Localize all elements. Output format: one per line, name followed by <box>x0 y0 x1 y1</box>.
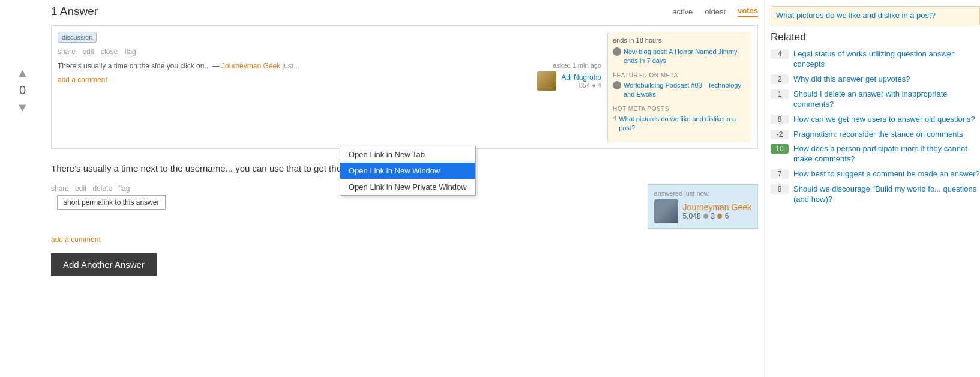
right-sidebar: What pictures do we like and dislike in … <box>764 0 980 377</box>
silver-dot <box>703 214 708 219</box>
related-list: 4 Legal status of works utilizing questi… <box>771 49 980 205</box>
related-link-4[interactable]: Pragmatism: reconsider the stance on com… <box>793 130 963 140</box>
edit-link[interactable]: edit <box>75 184 86 193</box>
related-score-3: 8 <box>771 115 789 124</box>
inner-edit-link[interactable]: edit <box>82 47 94 56</box>
sidebar-hot-row: 4 What pictures do we like and dislike i… <box>613 115 747 136</box>
related-link-6[interactable]: How best to suggest a comment be made an… <box>793 169 980 179</box>
related-item-7: 8 Should we discourage "Build my world f… <box>771 184 980 205</box>
featured-icon <box>613 81 621 89</box>
flag-link[interactable]: flag <box>118 184 130 193</box>
bronze-dot <box>717 214 722 219</box>
related-score-7: 8 <box>771 184 789 194</box>
discussion-tag[interactable]: discussion <box>58 32 97 43</box>
top-yellow-panel: What pictures do we like and dislike in … <box>771 6 980 25</box>
context-menu-item-new-tab[interactable]: Open Link in New Tab <box>340 146 475 163</box>
related-item-3: 8 How can we get new users to answer old… <box>771 115 980 125</box>
blog-icon <box>613 47 621 56</box>
related-score-2: 1 <box>771 89 789 99</box>
related-item-4: -2 Pragmatism: reconsider the stance on … <box>771 130 980 140</box>
context-menu-item-new-window[interactable]: Open Link in New Window <box>340 163 475 179</box>
quote-author-link[interactable]: Journeyman Geek <box>221 62 280 70</box>
sidebar-blog-row: New blog post: A Horror Named Jimmy ends… <box>613 47 747 68</box>
context-menu: Open Link in New Tab Open Link in New Wi… <box>340 146 476 196</box>
related-item-0: 4 Legal status of works utilizing questi… <box>771 49 980 70</box>
sort-tab-active[interactable]: active <box>672 7 693 16</box>
main-content: 1 Answer active oldest votes discussion … <box>45 0 764 377</box>
answer-count: 1 Answer <box>51 5 98 18</box>
related-item-1: 2 Why did this answer get upvotes? <box>771 74 980 85</box>
vote-down-button[interactable]: ▼ <box>17 101 29 115</box>
answerer-avatar <box>654 199 678 223</box>
sidebar-featured-row: Worldbuilding Podcast #03 - Technology a… <box>613 81 747 102</box>
inner-user-rep: 854 ● 4 <box>561 82 601 89</box>
add-another-answer-button[interactable]: Add Another Answer <box>51 253 157 276</box>
answered-label: answered just now <box>654 190 751 197</box>
related-header: Related <box>771 31 980 43</box>
inner-user-name-link[interactable]: Adi Nugroho <box>561 73 601 82</box>
sidebar-blog-link[interactable]: New blog post: A Horror Named Jimmy ends… <box>624 47 747 66</box>
hot-score: 4 <box>613 115 616 122</box>
related-link-7[interactable]: Should we discourage "Build my world fo.… <box>793 184 980 205</box>
action-links: share edit delete flag <box>51 184 166 193</box>
inner-content-row: There's usually a time on the side you c… <box>58 62 601 91</box>
sidebar-time: ends in 18 hours <box>613 37 747 44</box>
related-link-3[interactable]: How can we get new users to answer old q… <box>793 115 975 125</box>
related-link-2[interactable]: Should I delete an answer with inappropr… <box>793 89 980 110</box>
related-link-5[interactable]: How does a person participate more if th… <box>793 144 980 164</box>
inner-quote: There's usually a time on the side you c… <box>58 62 505 70</box>
related-score-5: 10 <box>771 144 789 154</box>
inner-user-avatar <box>537 71 556 91</box>
related-item-5: 10 How does a person participate more if… <box>771 144 980 164</box>
related-item-6: 7 How best to suggest a comment be made … <box>771 169 980 179</box>
context-menu-item-private-window[interactable]: Open Link in New Private Window <box>340 179 475 195</box>
answer-header: 1 Answer active oldest votes <box>51 0 758 25</box>
sort-tabs: active oldest votes <box>672 6 758 17</box>
hot-meta-header: HOT META POSTS <box>613 106 747 112</box>
inner-close-link[interactable]: close <box>101 47 118 56</box>
inner-flag-link[interactable]: flag <box>124 47 136 56</box>
delete-link[interactable]: delete <box>92 184 112 193</box>
vote-up-button[interactable]: ▲ <box>17 66 29 80</box>
answerer-name-link[interactable]: Journeyman Geek <box>683 202 751 212</box>
inner-actions: share edit close flag <box>58 47 601 56</box>
answerer-rep: 5,048 3 6 <box>683 212 751 220</box>
related-item-2: 1 Should I delete an answer with inappro… <box>771 89 980 110</box>
user-card: answered just now Journeyman Geek 5,048 … <box>648 184 758 229</box>
vote-count: 0 <box>19 83 26 97</box>
inner-text-area: There's usually a time on the side you c… <box>58 62 505 91</box>
add-comment-link[interactable]: add a comment <box>51 235 101 244</box>
related-link-0[interactable]: Legal status of works utilizing question… <box>793 49 980 70</box>
featured-meta-header: FEATURED ON META <box>613 72 747 79</box>
user-card-row: Journeyman Geek 5,048 3 6 <box>654 199 751 223</box>
screenshot-panel: discussion share edit close flag There's… <box>51 25 758 149</box>
related-score-0: 4 <box>771 49 789 59</box>
share-link[interactable]: share <box>51 184 69 193</box>
inner-add-comment-link[interactable]: add a comment <box>58 76 107 84</box>
related-link-1[interactable]: Why did this answer get upvotes? <box>793 74 910 85</box>
vote-column: ▲ 0 ▼ <box>0 0 45 377</box>
inner-asked-info: asked 1 min ago Adi Nugroho 854 ● 4 <box>511 62 601 91</box>
sort-tab-votes[interactable]: votes <box>738 6 758 17</box>
related-score-1: 2 <box>771 74 789 84</box>
related-score-6: 7 <box>771 169 789 179</box>
inner-share-link[interactable]: share <box>58 47 76 56</box>
sidebar-hot-link[interactable]: What pictures do we like and dislike in … <box>619 115 747 133</box>
sidebar-featured-link[interactable]: Worldbuilding Podcast #03 - Technology a… <box>624 81 747 100</box>
inner-sidebar: ends in 18 hours New blog post: A Horror… <box>607 32 751 142</box>
permalink-tooltip: short permalink to this answer <box>57 195 166 210</box>
sort-tab-oldest[interactable]: oldest <box>705 7 726 16</box>
related-score-4: -2 <box>771 130 789 139</box>
add-comment-section: add a comment <box>51 235 758 244</box>
